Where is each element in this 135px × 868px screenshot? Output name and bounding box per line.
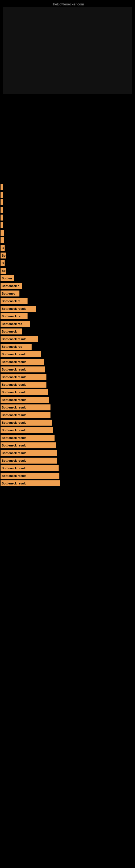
list-item bbox=[1, 237, 135, 244]
list-item: Bottleneck result bbox=[1, 381, 135, 388]
list-item bbox=[1, 207, 135, 214]
bar-label: Bottleneck result bbox=[2, 421, 26, 424]
bar-label: Bottleneck result bbox=[2, 398, 26, 401]
list-item: Bottlenec bbox=[1, 290, 135, 297]
bar-label: Bottleneck result bbox=[2, 375, 26, 379]
list-item bbox=[1, 214, 135, 221]
bar-label: Bottleneck result bbox=[2, 444, 26, 447]
bar-label: Bottleneck result bbox=[2, 436, 26, 439]
list-item bbox=[1, 191, 135, 198]
bar-label: B bbox=[2, 261, 4, 265]
bar-label: Bottleneck result bbox=[2, 452, 26, 455]
list-item bbox=[1, 199, 135, 206]
list-item: B bbox=[1, 244, 135, 251]
bar-label: Bottleneck res bbox=[2, 322, 22, 326]
list-item: Bottleneck result bbox=[1, 336, 135, 343]
list-item: Bottleneck result bbox=[1, 366, 135, 373]
bar-label: Bottleneck r bbox=[2, 284, 19, 287]
list-item bbox=[1, 229, 135, 236]
list-item: Bo bbox=[1, 267, 135, 274]
bar-label: Bo bbox=[2, 269, 6, 272]
list-item: Bottleneck bbox=[1, 328, 135, 335]
bar-label: Bottleneck re bbox=[2, 315, 20, 318]
list-item: Bottleneck result bbox=[1, 351, 135, 358]
list-item: Bottleneck result bbox=[1, 427, 135, 434]
list-item: Bottleneck res bbox=[1, 343, 135, 350]
list-item: Bottleneck result bbox=[1, 305, 135, 312]
list-item: Bo bbox=[1, 252, 135, 259]
chart-area bbox=[3, 7, 132, 94]
bar-label: Bottleneck result bbox=[2, 352, 26, 356]
site-title: TheBottlenecker.com bbox=[0, 0, 135, 7]
bar-label: Bottleneck result bbox=[2, 337, 26, 341]
items-container: BBoBBoBottlenBottleneck rBottlenecBottle… bbox=[0, 94, 135, 487]
list-item: Bottleneck result bbox=[1, 442, 135, 449]
bar-label: Bottleneck bbox=[2, 330, 17, 333]
bar-label: Bottleneck result bbox=[2, 467, 26, 470]
bar-label: Bottleneck result bbox=[2, 391, 26, 394]
list-item: Bottleneck result bbox=[1, 419, 135, 426]
bar-label: B bbox=[2, 246, 4, 250]
bar-label: Bottlenec bbox=[2, 292, 15, 295]
bar-label: Bottleneck result bbox=[2, 307, 26, 310]
list-item bbox=[1, 184, 135, 191]
bar-label: Bottleneck res bbox=[2, 345, 22, 348]
list-item: Bottleneck result bbox=[1, 389, 135, 396]
bar-label: Bottleneck result bbox=[2, 474, 26, 477]
list-item: Bottleneck result bbox=[1, 358, 135, 365]
bar-label: Bottleneck result bbox=[2, 406, 26, 409]
list-item: B bbox=[1, 259, 135, 267]
list-item: Bottlen bbox=[1, 275, 135, 282]
bar-label: Bottleneck result bbox=[2, 482, 26, 485]
bar-label: Bottleneck result bbox=[2, 459, 26, 462]
list-item: Bottleneck result bbox=[1, 404, 135, 411]
list-item: Bottleneck result bbox=[1, 411, 135, 418]
list-item: Bottleneck result bbox=[1, 465, 135, 472]
list-item: Bottleneck re bbox=[1, 298, 135, 305]
list-item: Bottleneck result bbox=[1, 450, 135, 457]
bar-label: Bottlen bbox=[2, 277, 12, 280]
bar-label: Bottleneck result bbox=[2, 429, 26, 432]
bar-label: Bottleneck result bbox=[2, 360, 26, 364]
bar-label: Bottleneck re bbox=[2, 300, 20, 303]
list-item: Bottleneck result bbox=[1, 472, 135, 479]
list-item: Bottleneck result bbox=[1, 396, 135, 403]
bar-label: Bottleneck result bbox=[2, 383, 26, 386]
bar-label: Bo bbox=[2, 254, 6, 257]
list-item: Bottleneck res bbox=[1, 320, 135, 328]
bar-label: Bottleneck result bbox=[2, 368, 26, 371]
list-item: Bottleneck result bbox=[1, 457, 135, 464]
list-item: Bottleneck re bbox=[1, 313, 135, 320]
list-item bbox=[1, 222, 135, 229]
list-item: Bottleneck result bbox=[1, 373, 135, 380]
list-item: Bottleneck result bbox=[1, 480, 135, 487]
list-item: Bottleneck r bbox=[1, 282, 135, 289]
list-item: Bottleneck result bbox=[1, 434, 135, 441]
bar-label: Bottleneck result bbox=[2, 413, 26, 416]
